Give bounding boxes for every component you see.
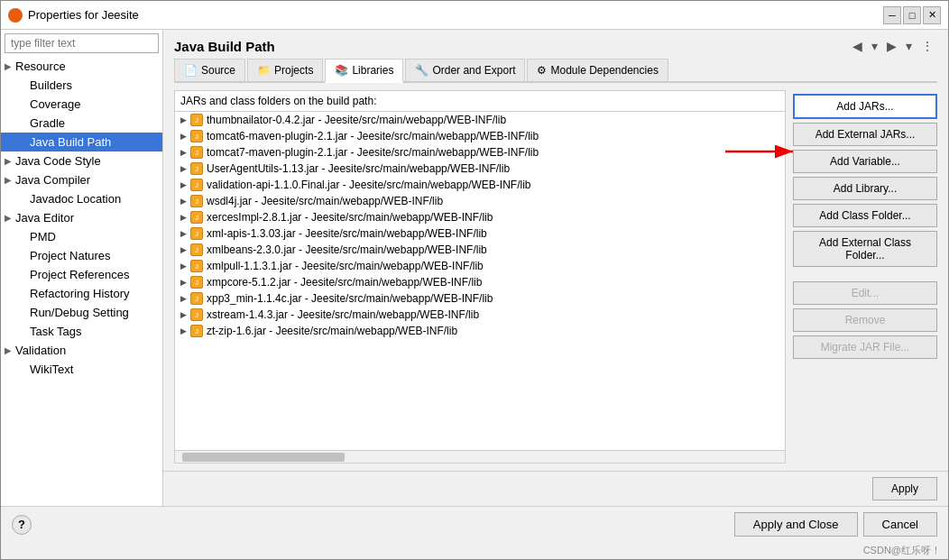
sidebar-item-java-compiler[interactable]: ▶Java Compiler <box>1 170 162 189</box>
tab-source[interactable]: 📄Source <box>174 59 245 81</box>
tab-module-dependencies[interactable]: ⚙Module Dependencies <box>527 59 668 81</box>
sidebar-item-label: Resource <box>15 60 66 73</box>
main-content: Java Build Path ◀ ▾ ▶ ▾ ⋮ 📄Source📁Projec… <box>163 30 948 506</box>
jar-icon: J <box>190 227 203 240</box>
expand-icon: ▶ <box>180 148 187 157</box>
sidebar-item-coverage[interactable]: Coverage <box>1 95 162 114</box>
apply-button[interactable]: Apply <box>872 477 937 500</box>
list-item[interactable]: ▶Jwsdl4j.jar - Jeesite/src/main/webapp/W… <box>175 193 785 209</box>
add-class-folder-button[interactable]: Add Class Folder... <box>793 204 937 227</box>
list-item-text: xercesImpl-2.8.1.jar - Jeesite/src/main/… <box>207 211 493 224</box>
list-item[interactable]: ▶Jvalidation-api-1.1.0.Final.jar - Jeesi… <box>175 177 785 193</box>
list-item[interactable]: ▶Jzt-zip-1.6.jar - Jeesite/src/main/weba… <box>175 323 785 339</box>
list-item[interactable]: ▶Jtomcat7-maven-plugin-2.1.jar - Jeesite… <box>175 144 785 161</box>
jar-icon: J <box>190 325 203 337</box>
expand-icon: ▶ <box>180 245 187 254</box>
list-item-text: xmlpull-1.1.3.1.jar - Jeesite/src/main/w… <box>207 260 484 272</box>
tab-libraries[interactable]: 📚Libraries <box>325 59 403 83</box>
tab-order-export-icon: 🔧 <box>415 64 428 77</box>
list-item-text: xml-apis-1.3.03.jar - Jeesite/src/main/w… <box>207 227 487 240</box>
help-button[interactable]: ? <box>12 515 32 535</box>
cancel-button[interactable]: Cancel <box>863 512 937 537</box>
tab-order-export[interactable]: 🔧Order and Export <box>405 59 525 81</box>
list-item-text: xpp3_min-1.1.4c.jar - Jeesite/src/main/w… <box>207 292 493 305</box>
nav-dropdown-button[interactable]: ▾ <box>868 37 881 55</box>
sidebar-item-label: Task Tags <box>30 325 82 338</box>
footer-bar: ? Apply and Close Cancel <box>1 506 948 542</box>
sidebar-item-label: Javadoc Location <box>30 192 121 206</box>
apply-and-close-button[interactable]: Apply and Close <box>734 512 858 537</box>
expand-icon: ▶ <box>180 164 187 173</box>
properties-dialog: Properties for Jeesite ─ □ ✕ ▶ResourceBu… <box>0 0 949 560</box>
filter-input[interactable] <box>5 33 159 53</box>
sidebar-item-label: Gradle <box>30 116 65 130</box>
sidebar-item-label: Java Compiler <box>15 173 90 187</box>
sidebar-item-task-tags[interactable]: Task Tags <box>1 322 162 341</box>
sidebar-item-run-debug-setting[interactable]: Run/Debug Setting <box>1 303 162 322</box>
add-external-jars-button[interactable]: Add External JARs... <box>793 123 937 146</box>
sidebar-item-java-build-path[interactable]: Java Build Path <box>1 133 162 151</box>
nav-back-button[interactable]: ◀ <box>849 37 866 55</box>
expand-icon: ▶ <box>180 278 187 287</box>
jar-icon: J <box>190 114 203 126</box>
tab-label: Projects <box>274 64 313 77</box>
sidebar-item-gradle[interactable]: Gradle <box>1 114 162 133</box>
expand-icon: ▶ <box>180 197 187 206</box>
sidebar-item-wikitext[interactable]: WikiText <box>1 360 162 379</box>
sidebar-item-resource[interactable]: ▶Resource <box>1 57 162 76</box>
sidebar-item-java-code-style[interactable]: ▶Java Code Style <box>1 151 162 170</box>
sidebar-item-javadoc-location[interactable]: Javadoc Location <box>1 189 162 208</box>
add-external-class-folder-button[interactable]: Add External Class Folder... <box>793 231 937 267</box>
add-variable-button[interactable]: Add Variable... <box>793 150 937 173</box>
tab-label: Libraries <box>352 64 393 77</box>
list-item[interactable]: ▶Jxstream-1.4.3.jar - Jeesite/src/main/w… <box>175 307 785 323</box>
tab-libraries-icon: 📚 <box>335 64 348 77</box>
sidebar-item-project-natures[interactable]: Project Natures <box>1 246 162 265</box>
nav-dropdown2-button[interactable]: ▾ <box>902 37 916 55</box>
nav-menu-button[interactable]: ⋮ <box>917 37 937 55</box>
close-button[interactable]: ✕ <box>923 6 941 24</box>
list-item[interactable]: ▶Jxml-apis-1.3.03.jar - Jeesite/src/main… <box>175 225 785 242</box>
sidebar-item-refactoring-history[interactable]: Refactoring History <box>1 284 162 303</box>
list-item[interactable]: ▶JUserAgentUtils-1.13.jar - Jeesite/src/… <box>175 161 785 177</box>
add-library-button[interactable]: Add Library... <box>793 177 937 200</box>
expand-icon: ▶ <box>180 294 187 303</box>
sidebar-item-label: Java Code Style <box>15 154 101 168</box>
sidebar-item-builders[interactable]: Builders <box>1 76 162 95</box>
tab-label: Order and Export <box>432 64 515 77</box>
list-item[interactable]: ▶Jthumbnailator-0.4.2.jar - Jeesite/src/… <box>175 112 785 128</box>
tab-projects[interactable]: 📁Projects <box>247 59 323 81</box>
main-header: Java Build Path ◀ ▾ ▶ ▾ ⋮ <box>163 30 948 59</box>
sidebar-item-pmd[interactable]: PMD <box>1 227 162 246</box>
sidebar-item-label: Java Build Path <box>30 135 111 149</box>
dialog-icon <box>8 8 23 23</box>
dialog-title: Properties for Jeesite <box>28 8 878 22</box>
add-jars-button[interactable]: Add JARs... <box>793 94 937 119</box>
list-item[interactable]: ▶Jxmpcore-5.1.2.jar - Jeesite/src/main/w… <box>175 274 785 290</box>
sidebar-item-label: Run/Debug Setting <box>30 306 129 319</box>
sidebar-item-project-references[interactable]: Project References <box>1 265 162 284</box>
nav-forward-button[interactable]: ▶ <box>883 37 900 55</box>
sidebar-items-container: ▶ResourceBuildersCoverageGradleJava Buil… <box>1 57 162 379</box>
maximize-button[interactable]: □ <box>903 6 921 24</box>
list-item[interactable]: ▶Jtomcat6-maven-plugin-2.1.jar - Jeesite… <box>175 128 785 144</box>
sidebar-item-label: WikiText <box>30 363 73 376</box>
watermark: CSDN@红乐呀！ <box>1 542 948 559</box>
sidebar-item-validation[interactable]: ▶Validation <box>1 341 162 360</box>
tab-projects-icon: 📁 <box>257 64 271 77</box>
horizontal-scrollbar[interactable] <box>175 450 785 463</box>
list-label: JARs and class folders on the build path… <box>175 91 785 111</box>
list-item[interactable]: ▶Jxmlbeans-2.3.0.jar - Jeesite/src/main/… <box>175 242 785 258</box>
apply-bar: Apply <box>163 471 948 506</box>
list-container[interactable]: ▶Jthumbnailator-0.4.2.jar - Jeesite/src/… <box>175 111 785 450</box>
sidebar-item-java-editor[interactable]: ▶Java Editor <box>1 208 162 227</box>
button-panel: Add JARs...Add External JARs...Add Varia… <box>793 90 937 464</box>
migrate-jar-button: Migrate JAR File... <box>793 335 937 359</box>
list-item[interactable]: ▶Jxpp3_min-1.1.4c.jar - Jeesite/src/main… <box>175 290 785 307</box>
list-item[interactable]: ▶JxercesImpl-2.8.1.jar - Jeesite/src/mai… <box>175 209 785 225</box>
minimize-button[interactable]: ─ <box>883 6 901 24</box>
sidebar: ▶ResourceBuildersCoverageGradleJava Buil… <box>1 30 163 506</box>
list-item[interactable]: ▶Jxmlpull-1.1.3.1.jar - Jeesite/src/main… <box>175 258 785 274</box>
chevron-right-icon: ▶ <box>5 175 12 185</box>
list-item-text: xmpcore-5.1.2.jar - Jeesite/src/main/web… <box>207 276 482 289</box>
